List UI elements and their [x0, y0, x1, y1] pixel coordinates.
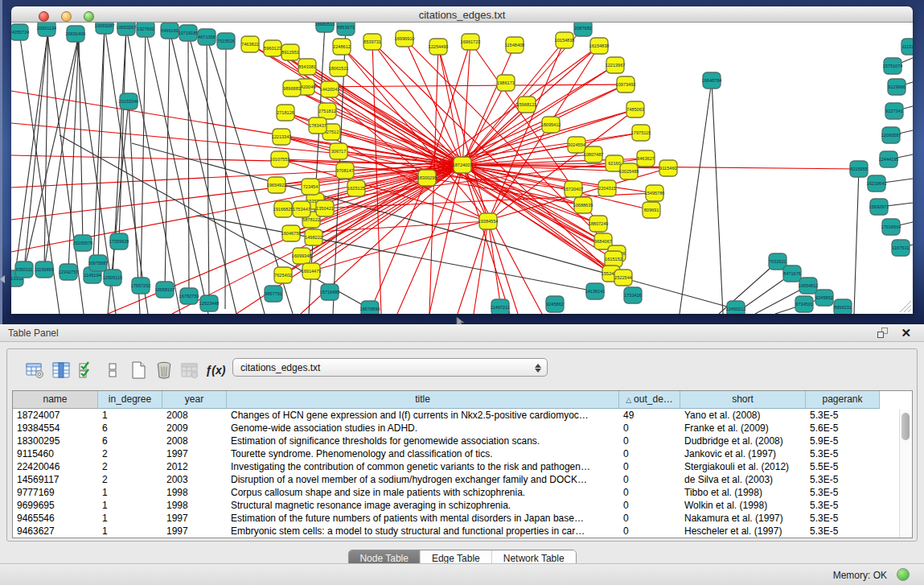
table-row[interactable]: 977716911998Corpus callosum shape and si…	[13, 486, 912, 499]
graph-node[interactable]: 16154838	[589, 38, 610, 54]
graph-node[interactable]: 10719185	[179, 25, 199, 41]
column-header-title[interactable]: title	[227, 391, 619, 409]
graph-node[interactable]: 7485063	[626, 101, 644, 117]
graph-node[interactable]: 9734501	[795, 296, 813, 312]
graph-node[interactable]: 9857791	[265, 286, 282, 302]
table-select-dropdown[interactable]: citations_edges.txt	[232, 358, 548, 377]
graph-node[interactable]: 2751812	[318, 103, 336, 119]
graph-node[interactable]: 16914479	[302, 263, 322, 279]
graph-node[interactable]: 10688639	[573, 197, 593, 213]
graph-node[interactable]: 306717	[330, 143, 347, 159]
column-header-pagerank[interactable]: pagerank	[806, 391, 880, 409]
graph-node[interactable]: 16983513	[315, 23, 335, 32]
graph-node[interactable]: 16210643	[867, 175, 887, 192]
graph-canvas[interactable]: 2435572420931134206914061005328710653267…	[11, 23, 913, 314]
graph-node[interactable]: 8543381	[298, 59, 316, 75]
graph-node[interactable]: 9245862	[546, 296, 564, 312]
graph-node[interactable]: 809691	[643, 202, 660, 218]
graph-node[interactable]: 1753447	[293, 201, 310, 217]
graph-node[interactable]: 9708147	[336, 163, 354, 179]
graph-node[interactable]: 16782759	[179, 288, 199, 304]
graph-node[interactable]: 15968121	[517, 97, 537, 113]
table-settings-icon[interactable]	[25, 360, 46, 381]
graph-node[interactable]: 16099348	[292, 248, 312, 264]
graph-node[interactable]: 2204315	[598, 180, 616, 196]
graph-node[interactable]: 10653267	[117, 23, 137, 35]
graph-node[interactable]: 2718126	[277, 105, 294, 121]
graph-node[interactable]: 19384554	[478, 213, 499, 229]
panel-collapse-arrow-icon[interactable]	[0, 275, 5, 283]
graph-node[interactable]: 9227341	[885, 103, 903, 119]
float-panel-icon[interactable]	[877, 328, 889, 339]
graph-node[interactable]: 30975887	[88, 255, 109, 271]
graph-node[interactable]: 17975115	[631, 125, 651, 141]
graph-node[interactable]: 11156869	[35, 262, 54, 278]
graph-node[interactable]: 12342757	[59, 264, 79, 280]
table-row[interactable]: 911546021997Tourette syndrome. Phenomeno…	[13, 447, 912, 460]
graph-node[interactable]: 1783437	[309, 117, 326, 134]
graph-node[interactable]: 9463627	[637, 150, 655, 167]
resize-grip-icon[interactable]	[904, 305, 911, 312]
graph-node[interactable]: 9245852	[815, 290, 833, 306]
graph-node[interactable]: 15751074	[883, 58, 903, 74]
graph-node[interactable]: 18724007	[453, 157, 473, 173]
graph-node[interactable]: 7463822	[241, 36, 259, 52]
graph-node[interactable]: 20691406	[66, 26, 86, 42]
graph-node[interactable]: 1733426	[624, 287, 642, 303]
graph-node[interactable]: 14136141	[585, 283, 606, 299]
graph-node[interactable]: 8471676	[783, 266, 801, 282]
graph-node[interactable]: 12213343	[272, 129, 292, 145]
graph-node[interactable]: 1986173	[497, 75, 515, 91]
memory-ok-indicator[interactable]	[897, 568, 910, 581]
graph-node[interactable]: 18095412	[541, 117, 561, 133]
network-graph[interactable]: 2435572420931134206914061005328710653267…	[11, 23, 913, 314]
row-height-icon[interactable]	[102, 360, 123, 381]
graph-node[interactable]: 15716485	[320, 284, 340, 300]
graph-node[interactable]: 2522544	[614, 270, 632, 286]
graph-node[interactable]: 9129966	[888, 79, 906, 95]
graph-node[interactable]: 16648784	[702, 72, 722, 89]
table-column-icon[interactable]	[51, 360, 72, 381]
graph-node[interactable]: 20153346	[119, 93, 139, 109]
table-row[interactable]: 1872400712008Changes of HCN gene express…	[13, 409, 912, 422]
graph-node[interactable]: 12444195	[879, 151, 899, 167]
graph-node[interactable]: 15495786	[645, 185, 665, 201]
graph-node[interactable]: 17359928	[109, 233, 129, 249]
graph-node[interactable]: 16961723	[461, 34, 481, 50]
graph-node[interactable]: 12505115	[103, 270, 122, 286]
table-row[interactable]: 2242004622012Investigating the contribut…	[13, 460, 912, 473]
table-row[interactable]: 1456911722003Disruption of a novel membe…	[13, 473, 912, 486]
close-panel-icon[interactable]: ✕	[901, 326, 911, 340]
graph-node[interactable]: 9115460	[659, 160, 677, 176]
graph-node[interactable]: 15720407	[564, 181, 584, 197]
graph-node[interactable]: 10807487	[584, 146, 604, 163]
graph-node[interactable]: 1625125	[347, 180, 365, 196]
resize-grip-icon[interactable]	[908, 309, 911, 312]
graph-node[interactable]: 18061521	[329, 60, 349, 76]
graph-node[interactable]: 18300295	[417, 170, 437, 186]
graph-node[interactable]: 19166825	[273, 201, 294, 217]
column-header-short[interactable]: short	[680, 391, 806, 409]
graph-node[interactable]: 14420041	[320, 81, 340, 97]
graph-node[interactable]: 1615152	[605, 251, 622, 267]
graph-node[interactable]: 12093587	[881, 127, 901, 143]
graph-node[interactable]: 10973493	[616, 76, 636, 93]
table-row[interactable]: 946554611997Estimation of the future num…	[13, 512, 912, 525]
column-header-year[interactable]: year	[162, 391, 227, 409]
graph-node[interactable]: 11548408	[505, 37, 524, 53]
graph-node[interactable]: 10107553	[270, 151, 290, 167]
graph-node[interactable]: 12254493	[429, 39, 449, 55]
graph-node[interactable]: 6466160	[161, 23, 179, 39]
vertical-scrollbar[interactable]	[899, 410, 911, 538]
function-icon[interactable]: ƒ(x)	[205, 360, 226, 381]
graph-node[interactable]: 15692971	[869, 199, 889, 215]
graph-node[interactable]: 10053287	[95, 23, 115, 34]
table-row[interactable]: 969969511998Structural magnetic resonanc…	[13, 499, 912, 512]
graph-node[interactable]: 19654922	[267, 177, 287, 193]
graph-node[interactable]: 1113205	[901, 39, 913, 55]
graph-node[interactable]: 723454	[302, 179, 319, 195]
select-rows-icon[interactable]	[76, 360, 97, 381]
graph-node[interactable]: 16996910	[395, 31, 415, 47]
graph-node[interactable]: 4671358	[198, 29, 216, 45]
graph-node[interactable]: 2248612	[333, 39, 351, 55]
